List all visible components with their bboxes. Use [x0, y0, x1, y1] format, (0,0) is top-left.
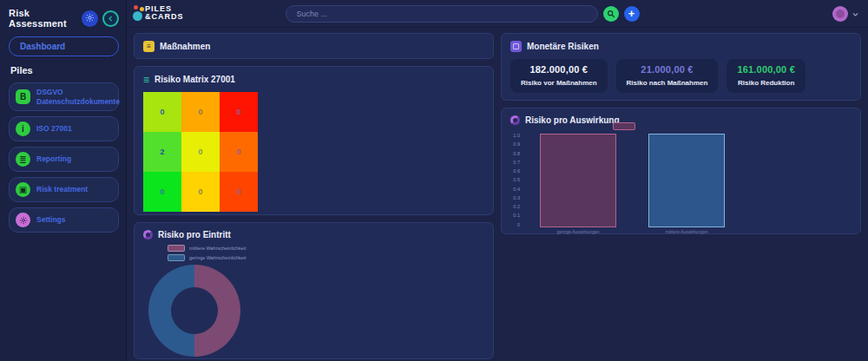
card-title: Monetäre Risiken: [527, 42, 599, 51]
y-tick-label: 1.0: [513, 134, 520, 139]
sidebar-collapse-button[interactable]: [102, 10, 119, 27]
bar: [540, 134, 616, 227]
donut-icon: [510, 115, 520, 125]
menu-lines-icon: ≡: [143, 74, 149, 85]
sidebar-item-settings[interactable]: Settings: [9, 207, 119, 233]
matrix-cell: 0: [143, 92, 181, 132]
app-root: Risk Assessment Dashboard Piles: [0, 0, 868, 361]
bar-chart: 1.00.90.80.70.60.50.40.30.20.10 geringe …: [509, 134, 853, 234]
donut-chart: [148, 265, 240, 357]
matrix-cell: 0: [181, 92, 220, 132]
user-menu[interactable]: [832, 6, 859, 22]
legend-swatch: [168, 245, 185, 252]
y-tick-label: 0.6: [513, 169, 520, 174]
sidebar-item-dsgvo[interactable]: B DSGVO Datenschutzdokumente: [9, 82, 119, 111]
y-tick-label: 0.9: [513, 142, 520, 148]
legend-item[interactable]: mittlere Wahrscheinlichkeit: [168, 245, 493, 252]
avatar: [832, 6, 848, 22]
logo-dot-teal: [133, 11, 142, 21]
app-logo[interactable]: PILES &CARDS: [132, 3, 196, 24]
massnahmen-card-header[interactable]: ≡ Maßnahmen: [135, 34, 493, 57]
stat-value: 21.000,00 €: [627, 64, 708, 75]
sidebar-section-label: Piles: [10, 65, 117, 75]
sidebar-item-label: DSGVO Datenschutzdokumente: [36, 88, 120, 106]
card-title: Maßnahmen: [160, 42, 210, 51]
sidebar-settings-button[interactable]: [82, 10, 98, 27]
matrix-cell: 0: [220, 92, 258, 132]
legend-label: mittlere Wahrscheinlichkeit: [189, 246, 246, 251]
donut-legend: mittlere Wahrscheinlichkeitgeringe Wahrs…: [168, 245, 493, 261]
plus-icon: +: [628, 8, 635, 19]
risk-matrix-grid: 000200000: [143, 92, 493, 212]
y-tick-label: 0.1: [513, 213, 520, 219]
card-title: Risiko Matrix 27001: [155, 75, 235, 84]
legend-item[interactable]: geringe Wahrscheinlichkeit: [168, 254, 493, 261]
matrix-cell: 2: [143, 132, 181, 172]
sidebar-item-label: Settings: [36, 215, 66, 225]
card-title: Risiko pro Eintritt: [158, 230, 231, 240]
sidebar-item-dashboard[interactable]: Dashboard: [9, 36, 119, 56]
sidebar-item-label: Risk treatment: [36, 185, 88, 194]
y-tick-label: 0: [517, 223, 520, 228]
y-tick-label: 0.8: [513, 152, 520, 157]
y-tick-label: 0.4: [513, 187, 520, 193]
stat-label: Risiko nach Maßnahmen: [627, 79, 708, 87]
logo-text: PILES &CARDS: [145, 5, 184, 23]
checklist-icon: ≡: [143, 41, 155, 52]
search-button[interactable]: [603, 6, 619, 22]
sidebar-item-iso-27001[interactable]: i ISO 27001: [9, 116, 119, 141]
y-tick-label: 0.7: [513, 161, 520, 166]
matrix-cell: 0: [181, 172, 220, 212]
donut-icon: [143, 230, 153, 240]
stat-value: 161.000,00 €: [737, 64, 795, 75]
bar-chart-x-labels: geringe Auswirkungenmittlere Auswirkunge…: [523, 229, 725, 234]
matrix-cell: 0: [220, 172, 258, 212]
matrix-cell: 0: [220, 132, 258, 172]
reporting-icon: ≣: [16, 152, 30, 167]
stat-risk-before: 182.000,00 € Risiko vor Maßnahmen: [510, 59, 608, 93]
matrix-cell: 0: [181, 132, 220, 172]
monetary-risks-card: Monetäre Risiken 182.000,00 € Risiko vor…: [501, 33, 861, 101]
sidebar-item-risk-treatment[interactable]: ▣ Risk treatment: [9, 177, 119, 202]
gear-icon: [85, 10, 95, 26]
dashboard-content: ≡ Maßnahmen ≡ Risiko Matrix 27001 000200…: [127, 28, 868, 361]
stat-label: Risiko vor Maßnahmen: [521, 79, 597, 87]
stat-value: 182.000,00 €: [521, 64, 597, 75]
stat-label: Risiko Reduktion: [737, 79, 795, 87]
search-icon: [607, 6, 615, 22]
logo-dot-yellow: [140, 7, 144, 11]
bar-chart-bars: [523, 134, 725, 227]
chevron-left-icon: [107, 10, 115, 26]
legend-label: geringe Wahrscheinlichkeit: [189, 255, 247, 260]
search-input[interactable]: [286, 5, 598, 23]
stat-risk-after: 21.000,00 € Risiko nach Maßnahmen: [616, 59, 719, 93]
dsgvo-icon: B: [16, 89, 30, 104]
massnahmen-card: ≡ Maßnahmen: [134, 33, 494, 59]
settings-icon: [16, 213, 30, 227]
card-title: Risiko pro Auswirkung: [525, 115, 620, 125]
sidebar-item-label: ISO 27001: [36, 124, 72, 134]
sidebar-item-label: Reporting: [36, 154, 71, 164]
logo-dot-red: [134, 5, 138, 10]
sidebar-item-reporting[interactable]: ≣ Reporting: [9, 147, 119, 172]
bar-chart-legend-swatch[interactable]: [613, 122, 635, 130]
stat-risk-reduction: 161.000,00 € Risiko Reduktion: [727, 59, 806, 93]
legend-swatch: [168, 254, 185, 261]
matrix-cell: 0: [143, 172, 181, 212]
add-button[interactable]: +: [624, 6, 640, 22]
chevron-down-icon: [852, 6, 859, 22]
bar-chart-y-axis: 1.00.90.80.70.60.50.40.30.20.10: [509, 134, 523, 227]
risk-per-occurrence-card: Risiko pro Eintritt mittlere Wahrscheinl…: [134, 222, 494, 359]
iso-27001-icon: i: [16, 121, 30, 136]
sidebar-title: Risk Assessment: [9, 8, 77, 29]
y-tick-label: 0.2: [513, 205, 520, 210]
risk-matrix-card: ≡ Risiko Matrix 27001 000200000: [134, 66, 494, 215]
bar: [648, 134, 725, 227]
risk-treatment-icon: ▣: [16, 182, 30, 197]
risk-per-impact-card: Risiko pro Auswirkung 1.00.90.80.70.60.5…: [501, 108, 861, 234]
y-tick-label: 0.3: [513, 196, 520, 201]
x-axis-label: geringe Auswirkungen: [540, 229, 616, 234]
y-tick-label: 0.5: [513, 178, 520, 183]
sidebar: Risk Assessment Dashboard Piles: [0, 0, 127, 361]
main-area: PILES &CARDS +: [127, 0, 868, 361]
